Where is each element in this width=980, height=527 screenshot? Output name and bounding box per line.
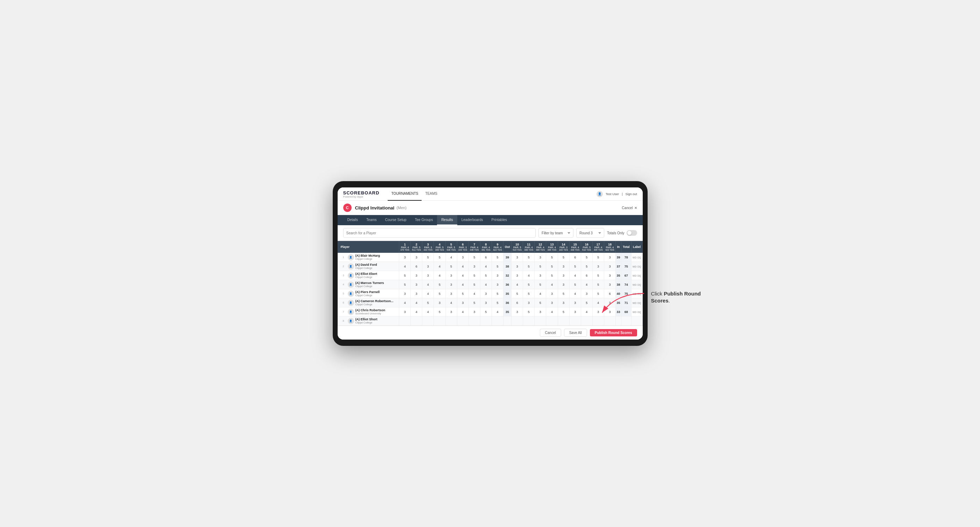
score-cell[interactable]: 5 — [434, 307, 445, 316]
score-cell[interactable]: 3 — [468, 262, 480, 271]
score-cell[interactable]: 3 — [411, 289, 422, 298]
footer-cancel-button[interactable]: Cancel — [540, 329, 561, 337]
score-cell[interactable]: 5 — [569, 280, 581, 289]
score-cell[interactable]: 3 — [558, 298, 569, 307]
score-cell[interactable]: 4 — [445, 298, 457, 307]
score-cell[interactable]: 5 — [592, 289, 604, 298]
save-all-button[interactable]: Save All — [564, 329, 587, 337]
score-cell[interactable]: 5 — [523, 253, 535, 262]
score-cell[interactable]: 3 — [434, 298, 445, 307]
score-cell[interactable]: 6 — [604, 289, 616, 298]
score-cell[interactable]: 3 — [399, 307, 411, 316]
sign-out-link[interactable]: Sign out — [625, 192, 637, 196]
score-cell[interactable]: 4 — [480, 280, 492, 289]
score-cell[interactable]: 4 — [457, 271, 468, 280]
totals-toggle-switch[interactable] — [627, 230, 637, 236]
score-cell[interactable]: 3 — [492, 280, 503, 289]
score-cell[interactable]: 4 — [422, 307, 434, 316]
score-cell[interactable]: 6 — [411, 262, 422, 271]
score-cell[interactable]: 3 — [399, 253, 411, 262]
score-cell[interactable]: 3 — [592, 307, 604, 316]
score-cell[interactable] — [546, 316, 558, 325]
score-cell[interactable]: 5 — [492, 253, 503, 262]
score-cell[interactable]: 5 — [581, 298, 592, 307]
score-cell[interactable] — [581, 316, 592, 325]
score-cell[interactable] — [457, 316, 468, 325]
score-cell[interactable]: 4 — [512, 280, 523, 289]
score-cell[interactable]: 5 — [434, 253, 445, 262]
filter-team-select[interactable]: Filter by team — [538, 228, 573, 238]
score-cell[interactable]: 3 — [535, 271, 546, 280]
score-cell[interactable]: 5 — [399, 280, 411, 289]
score-cell[interactable]: 6 — [512, 298, 523, 307]
score-cell[interactable]: 4 — [422, 289, 434, 298]
score-cell[interactable]: 5 — [468, 298, 480, 307]
score-cell[interactable]: 3 — [411, 253, 422, 262]
score-cell[interactable]: 3 — [512, 253, 523, 262]
score-cell[interactable]: 4 — [492, 307, 503, 316]
score-cell[interactable]: 5 — [468, 271, 480, 280]
score-cell[interactable]: 3 — [558, 280, 569, 289]
score-cell[interactable]: 3 — [604, 271, 616, 280]
score-cell[interactable] — [434, 316, 445, 325]
score-cell[interactable]: 5 — [581, 253, 592, 262]
score-cell[interactable]: 5 — [445, 262, 457, 271]
score-cell[interactable]: 5 — [457, 289, 468, 298]
score-cell[interactable]: 5 — [592, 253, 604, 262]
score-cell[interactable]: 5 — [581, 262, 592, 271]
score-cell[interactable]: 4 — [445, 253, 457, 262]
score-cell[interactable] — [399, 316, 411, 325]
score-cell[interactable]: 3 — [592, 262, 604, 271]
publish-round-scores-button[interactable]: Publish Round Scores — [590, 329, 637, 337]
score-cell[interactable]: 5 — [399, 271, 411, 280]
score-cell[interactable]: 4 — [523, 271, 535, 280]
score-cell[interactable]: 4 — [546, 307, 558, 316]
score-cell[interactable]: 5 — [546, 253, 558, 262]
score-cell[interactable]: 5 — [422, 298, 434, 307]
score-cell[interactable]: 5 — [569, 262, 581, 271]
score-cell[interactable]: 4 — [569, 289, 581, 298]
score-cell[interactable]: 3 — [411, 280, 422, 289]
score-cell[interactable]: 3 — [604, 253, 616, 262]
score-cell[interactable] — [422, 316, 434, 325]
score-cell[interactable]: 5 — [480, 271, 492, 280]
nav-tournaments[interactable]: TOURNAMENTS — [388, 187, 422, 201]
score-cell[interactable] — [523, 316, 535, 325]
score-cell[interactable]: 3 — [546, 289, 558, 298]
score-cell[interactable] — [445, 316, 457, 325]
score-cell[interactable]: 3 — [445, 280, 457, 289]
score-cell[interactable]: 3 — [604, 262, 616, 271]
score-cell[interactable]: 4 — [457, 307, 468, 316]
score-cell[interactable]: 6 — [480, 253, 492, 262]
score-cell[interactable]: 3 — [457, 298, 468, 307]
score-cell[interactable]: 4 — [422, 280, 434, 289]
score-cell[interactable]: 5 — [434, 289, 445, 298]
score-cell[interactable]: 4 — [411, 298, 422, 307]
score-cell[interactable] — [558, 316, 569, 325]
score-cell[interactable]: 5 — [558, 307, 569, 316]
score-cell[interactable]: 3 — [604, 307, 616, 316]
score-cell[interactable]: 4 — [480, 262, 492, 271]
search-input[interactable] — [343, 228, 536, 238]
score-cell[interactable]: 5 — [535, 262, 546, 271]
score-cell[interactable]: 4 — [468, 289, 480, 298]
score-cell[interactable]: 3 — [558, 271, 569, 280]
score-cell[interactable]: 4 — [411, 307, 422, 316]
score-cell[interactable]: 5 — [512, 289, 523, 298]
score-cell[interactable]: 4 — [434, 262, 445, 271]
score-cell[interactable]: 3 — [480, 289, 492, 298]
score-cell[interactable]: 3 — [445, 307, 457, 316]
score-cell[interactable]: 3 — [512, 307, 523, 316]
score-cell[interactable] — [535, 316, 546, 325]
score-cell[interactable]: 4 — [457, 262, 468, 271]
tab-results[interactable]: Results — [437, 215, 457, 225]
score-cell[interactable]: 5 — [523, 262, 535, 271]
cancel-tournament-button[interactable]: Cancel ✕ — [622, 206, 637, 210]
score-cell[interactable]: 4 — [569, 271, 581, 280]
score-cell[interactable]: 5 — [492, 289, 503, 298]
score-cell[interactable]: 3 — [546, 298, 558, 307]
score-cell[interactable]: 3 — [422, 271, 434, 280]
score-cell[interactable] — [604, 316, 616, 325]
tab-tee-groups[interactable]: Tee Groups — [411, 215, 438, 225]
tab-teams[interactable]: Teams — [362, 215, 381, 225]
